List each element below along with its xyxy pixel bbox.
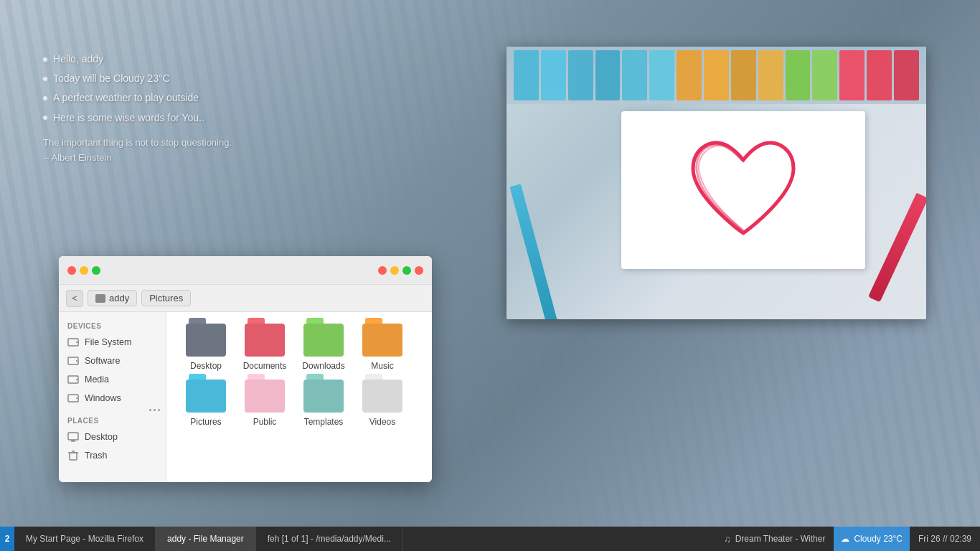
pencil (541, 50, 566, 100)
pencil (894, 50, 919, 100)
folder-icon-videos (362, 380, 402, 413)
window-extra-btn4[interactable] (415, 266, 423, 275)
window-extra-btn2[interactable] (390, 266, 399, 275)
pencil (731, 50, 756, 100)
main-content: Devices File System Soft (59, 312, 432, 482)
svg-point-1 (76, 342, 77, 343)
home-breadcrumb[interactable]: addy (88, 290, 137, 306)
window-close-btn[interactable] (67, 266, 76, 275)
folder-icon-downloads (303, 324, 344, 357)
taskbar: 2 My Start Page - Mozilla Firefox addy -… (0, 527, 980, 551)
bullet-dot (43, 77, 47, 81)
heart-card (621, 111, 865, 269)
pencil (839, 50, 864, 100)
svg-point-3 (76, 360, 77, 362)
taskbar-firefox-label: My Start Page - Mozilla Firefox (26, 534, 143, 544)
sidebar-item-desktop[interactable]: Desktop (59, 428, 166, 446)
windows-label: Windows (85, 393, 121, 403)
sidebar-item-software[interactable]: Software (59, 352, 166, 370)
dot2 (154, 409, 156, 411)
taskbar-filemanager-label: addy - File Manager (167, 534, 244, 544)
folder-label-documents: Documents (243, 361, 287, 371)
pencil (812, 50, 837, 100)
pencil (677, 50, 702, 100)
photo-frame (507, 47, 926, 319)
greeting-item: Hello, addy (43, 50, 232, 68)
folder-label-desktop: Desktop (190, 361, 222, 371)
folder-templates[interactable]: Templates (298, 380, 349, 427)
software-icon (67, 355, 79, 367)
blue-crayon (509, 184, 557, 319)
pencil (786, 50, 811, 100)
wise-words-text: Here is some wise words for You.. (53, 109, 204, 127)
folder-documents[interactable]: Documents (240, 324, 290, 371)
activity-text: A perfect weather to play outside (53, 89, 199, 107)
current-folder-breadcrumb[interactable]: Pictures (141, 290, 191, 306)
folder-icon-desktop (186, 324, 226, 357)
workspace-indicator[interactable]: 2 (0, 527, 14, 551)
sidebar-item-trash[interactable]: Trash (59, 446, 166, 465)
folder-label-videos: Videos (369, 417, 395, 427)
svg-rect-11 (70, 453, 77, 460)
folder-icon-documents (245, 324, 285, 357)
heart-svg (679, 133, 808, 248)
taskbar-feh-label: feh [1 of 1] - /media/addy/Medi... (268, 534, 391, 544)
folder-videos[interactable]: Videos (357, 380, 407, 427)
music-info[interactable]: ♫ Dream Theater - Wither (715, 527, 834, 551)
folder-label-templates: Templates (304, 417, 344, 427)
more-dots-btn[interactable] (149, 409, 160, 411)
folder-pictures[interactable]: Pictures (181, 380, 231, 427)
devices-section-title: Devices (59, 318, 166, 333)
bullet-dot (43, 57, 47, 62)
taskbar-feh[interactable]: feh [1 of 1] - /media/addy/Medi... (256, 527, 403, 551)
folder-icon-pictures (186, 380, 226, 413)
folder-label-music: Music (371, 361, 393, 371)
sidebar-item-media[interactable]: Media (59, 370, 166, 389)
home-icon (95, 294, 105, 303)
sidebar-item-filesystem[interactable]: File System (59, 333, 166, 352)
activity-item: A perfect weather to play outside (43, 89, 232, 107)
pencil (704, 50, 729, 100)
weather-label: Cloudy 23°C (854, 534, 903, 544)
dot1 (149, 409, 151, 411)
pencil (758, 50, 783, 100)
toolbar: < addy Pictures (59, 285, 432, 312)
taskbar-firefox[interactable]: My Start Page - Mozilla Firefox (14, 527, 156, 551)
folder-icon-templates (303, 380, 344, 413)
bullet-dot (43, 96, 47, 100)
datetime-label: Fri 26 // 02:39 (918, 534, 971, 544)
taskbar-right: ♫ Dream Theater - Wither ☁ Cloudy 23°C F… (715, 527, 980, 551)
pencil (595, 50, 621, 100)
wise-words-item: Here is some wise words for You.. (43, 109, 232, 127)
window-extra-btn3[interactable] (402, 266, 411, 275)
filesystem-icon (67, 336, 79, 348)
dot3 (158, 409, 160, 411)
folder-label-pictures: Pictures (190, 417, 221, 427)
weather-cloud-icon: ☁ (841, 534, 849, 544)
music-artist-label: Dream Theater - Wither (735, 534, 826, 544)
taskbar-filemanager[interactable]: addy - File Manager (156, 527, 256, 551)
folder-downloads[interactable]: Downloads (298, 324, 349, 371)
quote-block: The important thing is not to stop quest… (43, 136, 232, 166)
current-folder-label: Pictures (149, 293, 183, 303)
weather-item: Today will be Cloudy 23°C (43, 70, 232, 88)
back-button[interactable]: < (66, 290, 83, 307)
folder-label-public: Public (253, 417, 277, 427)
folder-label-downloads: Downloads (302, 361, 344, 371)
weather-text: Today will be Cloudy 23°C (53, 70, 170, 88)
pencil (867, 50, 892, 100)
filesystem-label: File System (85, 337, 131, 347)
places-section-title: Places (59, 413, 166, 428)
pencils-top (507, 47, 926, 104)
pencil (514, 50, 539, 100)
greeting-text: Hello, addy (53, 50, 103, 68)
folder-music[interactable]: Music (357, 324, 407, 371)
window-minimize-btn[interactable] (80, 266, 88, 275)
sidebar-item-windows[interactable]: Windows (59, 389, 166, 408)
pencil (649, 50, 674, 100)
weather-indicator[interactable]: ☁ Cloudy 23°C (834, 527, 910, 551)
folder-desktop[interactable]: Desktop (181, 324, 231, 371)
window-extra-btn1[interactable] (378, 266, 387, 275)
window-maximize-btn[interactable] (92, 266, 100, 275)
folder-public[interactable]: Public (240, 380, 290, 427)
